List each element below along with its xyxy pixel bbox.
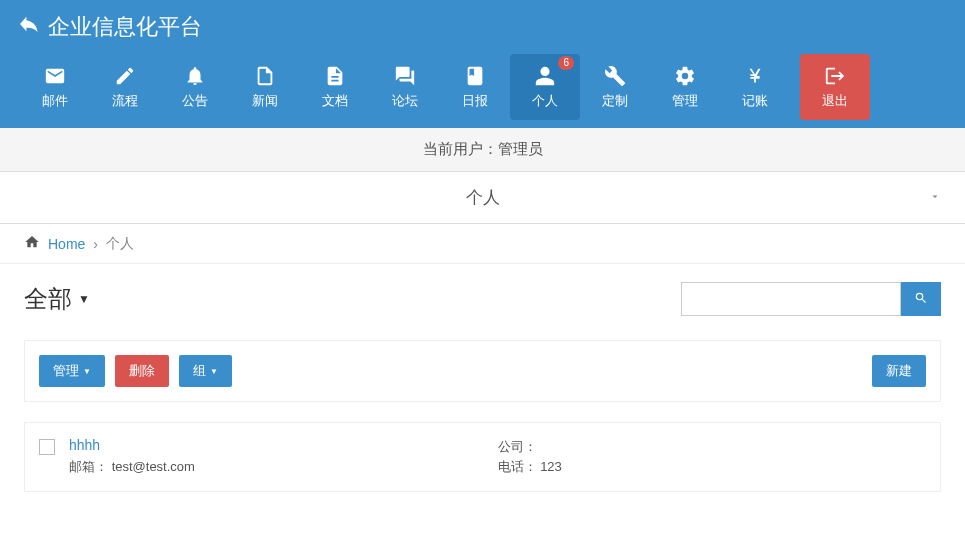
nav-label: 论坛 (392, 92, 418, 110)
nav-label: 流程 (112, 92, 138, 110)
nav-label: 文档 (322, 92, 348, 110)
nav-label: 新闻 (252, 92, 278, 110)
phone-field: 电话： 123 (498, 457, 927, 477)
leaf-icon (20, 13, 42, 41)
manage-label: 管理 (53, 362, 79, 380)
section-dropdown[interactable]: 个人 (0, 172, 965, 224)
nav-label: 公告 (182, 92, 208, 110)
contact-name[interactable]: hhhh (69, 437, 498, 453)
caret-down-icon: ▼ (83, 367, 91, 376)
nav-label: 定制 (602, 92, 628, 110)
group-label: 组 (193, 362, 206, 380)
file-text-icon (324, 64, 346, 88)
nav-label: 记账 (742, 92, 768, 110)
nav-item-0[interactable]: 邮件 (20, 54, 90, 120)
manage-button[interactable]: 管理 ▼ (39, 355, 105, 387)
signout-icon (824, 64, 846, 88)
cogs-icon (674, 64, 696, 88)
wrench-icon (604, 64, 626, 88)
nav-item-4[interactable]: 文档 (300, 54, 370, 120)
nav-item-6[interactable]: 日报 (440, 54, 510, 120)
current-user-label: 当前用户： (423, 140, 498, 157)
nav-item-10[interactable]: 记账 (720, 54, 790, 120)
filter-title: 全部 (24, 283, 72, 315)
nav-item-5[interactable]: 论坛 (370, 54, 440, 120)
nav-item-11[interactable]: 退出 (800, 54, 870, 120)
search-input[interactable] (681, 282, 901, 316)
group-button[interactable]: 组 ▼ (179, 355, 232, 387)
nav-label: 退出 (822, 92, 848, 110)
nav-item-9[interactable]: 管理 (650, 54, 720, 120)
caret-down-icon: ▼ (210, 367, 218, 376)
file-icon (254, 64, 276, 88)
phone-value: 123 (540, 459, 562, 474)
delete-button[interactable]: 删除 (115, 355, 169, 387)
nav-bar: 邮件流程公告新闻文档论坛日报6个人定制管理记账退出 (0, 54, 965, 128)
nav-badge: 6 (558, 56, 574, 70)
nav-item-1[interactable]: 流程 (90, 54, 160, 120)
user-icon (534, 64, 556, 88)
app-title-bar: 企业信息化平台 (0, 0, 965, 54)
email-label: 邮箱： (69, 459, 108, 474)
nav-label: 日报 (462, 92, 488, 110)
caret-down-icon: ▼ (78, 292, 90, 306)
row-checkbox[interactable] (39, 439, 55, 455)
breadcrumb-home[interactable]: Home (48, 236, 85, 252)
breadcrumb-current: 个人 (106, 235, 134, 253)
phone-label: 电话： (498, 459, 537, 474)
new-label: 新建 (886, 362, 912, 380)
book-icon (464, 64, 486, 88)
home-icon (24, 234, 40, 253)
search-icon (914, 291, 928, 308)
email-field: 邮箱： test@test.com (69, 457, 498, 477)
new-button[interactable]: 新建 (872, 355, 926, 387)
company-field: 公司： (498, 437, 927, 457)
current-user-value: 管理员 (498, 140, 543, 157)
yen-icon (744, 64, 766, 88)
breadcrumb: Home › 个人 (0, 224, 965, 264)
nav-item-7[interactable]: 6个人 (510, 54, 580, 120)
comments-icon (394, 64, 416, 88)
nav-label: 邮件 (42, 92, 68, 110)
nav-label: 个人 (532, 92, 558, 110)
bell-icon (184, 64, 206, 88)
search-button[interactable] (901, 282, 941, 316)
filter-dropdown[interactable]: 全部 ▼ (24, 283, 90, 315)
chevron-down-icon (929, 190, 941, 205)
toolbar: 管理 ▼ 删除 组 ▼ 新建 (24, 340, 941, 402)
app-title: 企业信息化平台 (48, 12, 202, 42)
nav-item-3[interactable]: 新闻 (230, 54, 300, 120)
list-item: hhhh 邮箱： test@test.com 公司： 电话： 123 (24, 422, 941, 492)
envelope-icon (44, 64, 66, 88)
breadcrumb-sep: › (93, 236, 98, 252)
company-label: 公司： (498, 439, 537, 454)
nav-item-2[interactable]: 公告 (160, 54, 230, 120)
pencil-icon (114, 64, 136, 88)
delete-label: 删除 (129, 362, 155, 380)
nav-item-8[interactable]: 定制 (580, 54, 650, 120)
section-title: 个人 (466, 188, 500, 207)
email-value: test@test.com (112, 459, 195, 474)
nav-label: 管理 (672, 92, 698, 110)
current-user-bar: 当前用户：管理员 (0, 128, 965, 172)
